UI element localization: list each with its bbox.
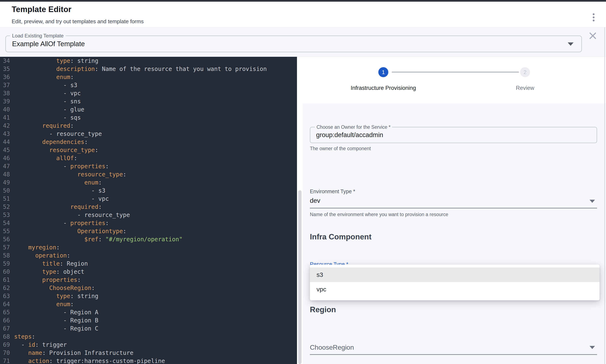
code-line: 42 required: [0, 122, 297, 130]
line-number: 48 [0, 170, 14, 179]
code-text: type: object [14, 268, 84, 276]
code-text: myregion: [14, 243, 60, 251]
code-text: - s3 [14, 187, 105, 195]
code-text: ChooseRegion: [14, 284, 95, 292]
line-number: 47 [0, 162, 14, 170]
code-text: operation: [14, 251, 70, 260]
code-line: 71 action: trigger:harness-custom-pipeli… [0, 357, 297, 364]
code-text: - vpc [14, 89, 81, 97]
step-2-label: Review [516, 85, 534, 91]
line-number: 53 [0, 211, 14, 219]
dropdown-arrow-icon[interactable] [568, 42, 574, 46]
choose-region-select[interactable]: ChooseRegion [310, 344, 354, 351]
code-line: 60 type: object [0, 268, 297, 276]
line-number: 37 [0, 81, 14, 89]
infra-component-heading: Infra Component [310, 233, 371, 241]
code-text: title: Region [14, 260, 88, 268]
step-2-circle[interactable]: 2 [520, 67, 530, 77]
line-number: 68 [0, 333, 14, 341]
line-number: 42 [0, 122, 14, 130]
window-scrollbar-track[interactable] [604, 27, 605, 364]
page-title: Template Editor [12, 5, 71, 14]
code-line: 63 type: string [0, 292, 297, 300]
line-number: 43 [0, 130, 14, 138]
line-number: 36 [0, 73, 14, 81]
editor-scrollbar-thumb[interactable] [298, 190, 302, 364]
code-text: enum: [14, 179, 102, 187]
code-text: name: Provision Infrastructure [14, 349, 133, 357]
page-subtitle: Edit, preview, and try out templates and… [12, 18, 144, 25]
line-number: 45 [0, 146, 14, 154]
line-number: 57 [0, 243, 14, 251]
code-text: $ref: "#/myregion/operation" [14, 235, 183, 243]
code-line: 65 - Region A [0, 308, 297, 316]
step-1-circle[interactable]: 1 [378, 67, 388, 77]
line-number: 56 [0, 235, 14, 243]
code-line: 35 description: Name of the resource tha… [0, 65, 297, 73]
region-heading: Region [310, 305, 336, 314]
line-number: 70 [0, 349, 14, 357]
code-line: 61 properties: [0, 276, 297, 284]
code-line: 43 - resource_type [0, 130, 297, 138]
code-line: 37 - s3 [0, 81, 297, 89]
load-template-value: Example AllOf Template [12, 36, 85, 52]
line-number: 46 [0, 154, 14, 162]
line-number: 54 [0, 219, 14, 227]
line-number: 60 [0, 268, 14, 276]
step-connector-line [392, 72, 519, 72]
code-line: 40 - glue [0, 105, 297, 114]
code-text: allOf: [14, 154, 77, 162]
line-number: 69 [0, 341, 14, 349]
stepper: 1 2 Infrastructure Provisioning Review [303, 57, 606, 103]
line-number: 62 [0, 284, 14, 292]
code-line: 46 allOf: [0, 154, 297, 162]
code-text: - resource_type [14, 211, 130, 219]
environment-helper-text: Name of the environment where you want t… [310, 212, 448, 217]
yaml-code-editor[interactable]: 34 type: string35 description: Name of t… [0, 57, 297, 364]
code-line: 41 - sqs [0, 114, 297, 122]
line-number: 66 [0, 316, 14, 325]
code-line: 68steps: [0, 333, 297, 341]
code-text: - Region C [14, 325, 98, 333]
close-icon[interactable] [589, 32, 596, 39]
line-number: 39 [0, 97, 14, 105]
line-number: 71 [0, 357, 14, 364]
menu-option-s3[interactable]: s3 [310, 268, 600, 282]
line-number: 59 [0, 260, 14, 268]
choose-region-underline [310, 354, 597, 355]
code-line: 52 required: [0, 203, 297, 211]
code-text: required: [14, 203, 102, 211]
window-top-bar [0, 0, 606, 2]
code-text: type: string [14, 292, 98, 300]
line-number: 49 [0, 179, 14, 187]
code-line: 44 dependencies: [0, 138, 297, 146]
select-arrow-icon[interactable] [590, 346, 595, 349]
line-number: 55 [0, 227, 14, 235]
code-text: - id: trigger [14, 341, 67, 349]
line-number: 44 [0, 138, 14, 146]
step-1-label: Infrastructure Provisioning [351, 85, 416, 91]
kebab-menu-icon[interactable] [591, 13, 596, 23]
line-number: 51 [0, 195, 14, 203]
code-line: 48 resource_type: [0, 170, 297, 179]
code-lines: 34 type: string35 description: Name of t… [0, 57, 297, 364]
code-text: - Region A [14, 308, 98, 316]
code-text: - glue [14, 105, 84, 114]
environment-select-underline [310, 208, 597, 208]
load-template-select[interactable]: Load Existing Template Example AllOf Tem… [5, 36, 582, 52]
line-number: 34 [0, 57, 14, 65]
code-line: 45 resource_type: [0, 146, 297, 154]
line-number: 35 [0, 65, 14, 73]
code-text: - resource_type [14, 130, 102, 138]
code-line: 70 name: Provision Infrastructure [0, 349, 297, 357]
code-line: 47 - properties: [0, 162, 297, 170]
line-number: 67 [0, 325, 14, 333]
menu-option-vpc[interactable]: vpc [310, 282, 600, 297]
owner-input[interactable]: Choose an Owner for the Service * group:… [310, 127, 597, 143]
environment-type-select[interactable]: dev [310, 197, 320, 205]
code-line: 49 enum: [0, 179, 297, 187]
template-form-preview: Choose an Owner for the Service * group:… [303, 103, 606, 364]
select-arrow-icon[interactable] [590, 200, 595, 203]
code-line: 69 - id: trigger [0, 341, 297, 349]
code-line: 50 - s3 [0, 187, 297, 195]
